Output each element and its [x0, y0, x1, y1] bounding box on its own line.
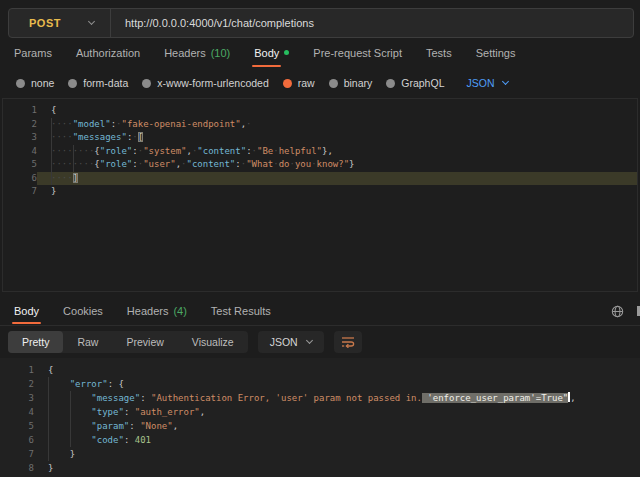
- tab-label: Body: [254, 38, 279, 68]
- response-tab-body[interactable]: Body: [14, 296, 39, 325]
- body-mode-label: x-www-form-urlencoded: [157, 77, 268, 89]
- body-mode-label: none: [31, 77, 54, 89]
- response-view-switcher: PrettyRawPreviewVisualize: [8, 331, 248, 353]
- line-number: 1: [3, 104, 37, 118]
- line-number: 8: [0, 461, 34, 475]
- response-view-pretty[interactable]: Pretty: [8, 331, 63, 353]
- method-label: POST: [29, 17, 61, 29]
- code-text: }: [34, 447, 640, 461]
- tab-label: Cookies: [63, 296, 103, 325]
- tab-label: Authorization: [76, 38, 140, 68]
- code-line: 2 "error": {: [0, 377, 640, 391]
- response-tabs: BodyCookiesHeaders(4)Test Results: [0, 296, 640, 326]
- code-text: ········{"role":·"system",·"content":·"B…: [37, 145, 637, 159]
- method-selector[interactable]: POST: [9, 17, 110, 29]
- tab-label: Tests: [426, 38, 452, 68]
- request-tab-headers[interactable]: Headers(10): [164, 38, 230, 68]
- body-mode-raw[interactable]: raw: [283, 77, 315, 89]
- tab-label: Params: [14, 38, 52, 68]
- code-line: 5 "param": "None",: [0, 419, 640, 433]
- code-line: 4········{"role":·"system",·"content":·"…: [3, 145, 637, 159]
- code-text: "message": "Authentication Error, 'user'…: [34, 391, 640, 405]
- word-wrap-icon: [341, 336, 355, 348]
- code-text: ····]: [37, 172, 637, 186]
- body-mode-binary[interactable]: binary: [329, 77, 373, 89]
- response-body-editor[interactable]: 1{2 "error": {3 "message": "Authenticati…: [0, 358, 640, 477]
- code-text: ····"messages":·[: [37, 131, 637, 145]
- line-number: 3: [0, 391, 34, 405]
- request-tab-pre-request-script[interactable]: Pre-request Script: [313, 38, 402, 68]
- code-line: 8}: [0, 461, 640, 475]
- request-language-select[interactable]: JSON: [466, 77, 507, 89]
- code-line: 5········{"role":·"user",·"content":·"Wh…: [3, 158, 637, 172]
- tab-label: Body: [14, 296, 39, 325]
- line-number: 2: [3, 118, 37, 132]
- request-tab-settings[interactable]: Settings: [476, 38, 516, 68]
- request-tabs: ParamsAuthorizationHeaders(10)BodyPre-re…: [0, 38, 640, 68]
- code-text: "error": {: [34, 377, 640, 391]
- tab-label: Settings: [476, 38, 516, 68]
- response-view-visualize[interactable]: Visualize: [178, 331, 248, 353]
- code-text: }: [37, 185, 637, 199]
- request-body-editor[interactable]: 1{2····"model":·"fake-openai-endpoint",·…: [2, 98, 638, 292]
- response-language-label: JSON: [270, 336, 298, 348]
- request-tab-tests[interactable]: Tests: [426, 38, 452, 68]
- code-line: 6 "code": 401: [0, 433, 640, 447]
- code-line: 1{: [0, 363, 640, 377]
- radio-icon: [329, 79, 338, 88]
- radio-icon: [283, 79, 292, 88]
- line-number: 7: [0, 447, 34, 461]
- code-line: 2····"model":·"fake-openai-endpoint",·: [3, 118, 637, 132]
- body-mode-label: GraphQL: [401, 77, 444, 89]
- code-line: 4 "type": "auth_error",: [0, 405, 640, 419]
- code-line: 3····"messages":·[: [3, 131, 637, 145]
- response-tab-cookies[interactable]: Cookies: [63, 296, 103, 325]
- wrap-lines-button[interactable]: [334, 331, 362, 353]
- radio-icon: [68, 79, 77, 88]
- response-view-raw[interactable]: Raw: [63, 331, 112, 353]
- line-number: 3: [3, 131, 37, 145]
- radio-icon: [142, 79, 151, 88]
- code-line: 3 "message": "Authentication Error, 'use…: [0, 391, 640, 405]
- body-mode-x-www-form-urlencoded[interactable]: x-www-form-urlencoded: [142, 77, 268, 89]
- body-mode-form-data[interactable]: form-data: [68, 77, 128, 89]
- line-number: 4: [3, 145, 37, 159]
- code-text: {: [37, 104, 637, 118]
- response-language-select[interactable]: JSON: [258, 331, 324, 353]
- unsaved-dot-icon: [284, 50, 289, 55]
- line-number: 6: [3, 172, 37, 186]
- chevron-down-icon: [501, 78, 508, 85]
- request-tab-params[interactable]: Params: [14, 38, 52, 68]
- line-number: 4: [0, 405, 34, 419]
- code-line: 1{: [3, 104, 637, 118]
- code-text: "type": "auth_error",: [34, 405, 640, 419]
- request-tab-body[interactable]: Body: [254, 38, 289, 68]
- response-tab-headers[interactable]: Headers(4): [127, 296, 187, 325]
- request-tab-authorization[interactable]: Authorization: [76, 38, 140, 68]
- rest-client-window: POST http://0.0.0.0:4000/v1/chat/complet…: [0, 0, 640, 477]
- body-mode-graphql[interactable]: GraphQL: [386, 77, 444, 89]
- code-text: ········{"role":·"user",·"content":·"Wha…: [37, 158, 637, 172]
- code-text: }: [34, 461, 640, 475]
- line-number: 7: [3, 185, 37, 199]
- response-tab-test-results[interactable]: Test Results: [211, 296, 271, 325]
- chevron-down-icon: [88, 18, 95, 25]
- code-text: "code": 401: [34, 433, 640, 447]
- body-mode-label: form-data: [83, 77, 128, 89]
- url-input[interactable]: http://0.0.0.0:4000/v1/chat/completions: [111, 17, 314, 29]
- code-line: 7 }: [0, 447, 640, 461]
- line-number: 6: [0, 433, 34, 447]
- response-toolbar: PrettyRawPreviewVisualize JSON: [0, 326, 640, 358]
- tab-label: Headers: [127, 296, 169, 325]
- response-view-preview[interactable]: Preview: [112, 331, 177, 353]
- tab-count-badge: (4): [173, 305, 186, 317]
- code-text: {: [34, 363, 640, 377]
- globe-icon[interactable]: [611, 305, 624, 318]
- selected-text: 'enforce_user_param'=True": [422, 393, 568, 403]
- radio-icon: [16, 79, 25, 88]
- code-text: ····"model":·"fake-openai-endpoint",·: [37, 118, 637, 132]
- radio-icon: [386, 79, 395, 88]
- tab-label: Headers: [164, 38, 206, 68]
- code-line: 6····]: [3, 172, 637, 186]
- body-mode-none[interactable]: none: [16, 77, 54, 89]
